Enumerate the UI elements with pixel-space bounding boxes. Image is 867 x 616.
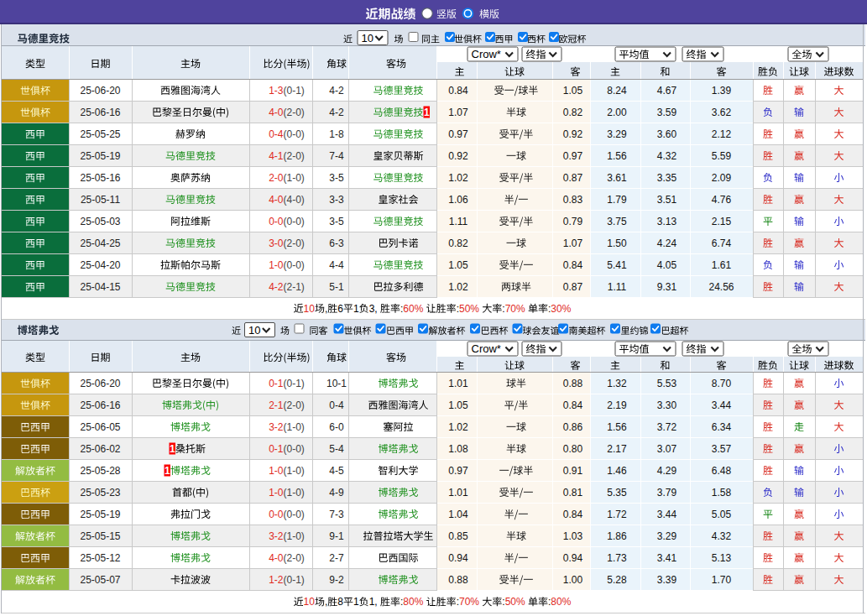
svg-text:25-04-15: 25-04-15 (80, 281, 120, 293)
svg-text:25-05-16: 25-05-16 (80, 172, 120, 184)
svg-text:0.86: 0.86 (563, 421, 583, 433)
svg-text:(0-1): (0-1) (284, 378, 305, 389)
svg-text:70%: 70% (459, 596, 479, 608)
svg-text:1.39: 1.39 (712, 85, 732, 97)
svg-text:4-2: 4-2 (329, 107, 344, 118)
svg-text:1.02: 1.02 (448, 281, 468, 293)
svg-text:6-0: 6-0 (329, 421, 344, 433)
svg-text:4.29: 4.29 (657, 465, 677, 477)
svg-text:1.07: 1.07 (448, 107, 468, 118)
svg-text:1.05: 1.05 (448, 399, 468, 411)
svg-text:(0-0): (0-0) (284, 128, 305, 140)
svg-text:1.01: 1.01 (448, 378, 468, 389)
svg-text:1-0: 1-0 (269, 465, 284, 477)
svg-text:60%: 60% (403, 303, 423, 315)
svg-text:0.97: 0.97 (448, 465, 468, 477)
svg-text:10: 10 (362, 32, 373, 44)
svg-text:0.82: 0.82 (448, 238, 468, 249)
svg-text:1-2: 1-2 (269, 574, 284, 586)
svg-text:1.56: 1.56 (607, 421, 627, 433)
svg-text:1.06: 1.06 (448, 194, 468, 206)
svg-text:70%: 70% (505, 303, 525, 315)
svg-text:1: 1 (424, 107, 430, 118)
svg-text:1.61: 1.61 (712, 259, 732, 271)
svg-text:0.85: 0.85 (448, 530, 468, 542)
svg-text:3.44: 3.44 (712, 399, 732, 411)
svg-text:5.28: 5.28 (607, 574, 627, 586)
svg-text:0.87: 0.87 (563, 172, 583, 184)
svg-text:0.91: 0.91 (563, 465, 583, 477)
svg-text:0-0: 0-0 (269, 509, 284, 520)
svg-text:25-04-25: 25-04-25 (80, 238, 120, 249)
svg-text:25-05-25: 25-05-25 (80, 128, 120, 140)
svg-text:1-0: 1-0 (269, 487, 284, 499)
svg-text:3.57: 3.57 (712, 443, 732, 455)
svg-text:1: 1 (170, 443, 175, 455)
svg-text:(2-0): (2-0) (284, 238, 305, 249)
svg-text:(0-0): (0-0) (284, 443, 305, 455)
svg-text:3.44: 3.44 (657, 509, 677, 520)
svg-text:4.67: 4.67 (657, 85, 677, 97)
svg-text:0.82: 0.82 (563, 107, 583, 118)
svg-text:25-06-16: 25-06-16 (80, 107, 120, 118)
svg-text:1: 1 (165, 465, 170, 477)
svg-text:1.02: 1.02 (448, 172, 468, 184)
svg-text:3.61: 3.61 (607, 172, 627, 184)
svg-text:25-05-19: 25-05-19 (80, 150, 120, 162)
svg-text:4.32: 4.32 (712, 530, 732, 542)
svg-text:Crow*: Crow* (472, 48, 501, 60)
svg-text:1: 1 (353, 596, 359, 608)
svg-text:5-4: 5-4 (329, 443, 344, 455)
svg-text:4-9: 4-9 (329, 487, 344, 499)
svg-text:1.00: 1.00 (563, 574, 583, 586)
svg-text:1-3: 1-3 (269, 85, 284, 97)
svg-text:3.51: 3.51 (657, 194, 677, 206)
svg-text:1.72: 1.72 (607, 509, 627, 520)
svg-text:2-1: 2-1 (269, 399, 284, 411)
svg-text:3.60: 3.60 (657, 128, 677, 140)
svg-text:4.32: 4.32 (657, 150, 677, 162)
svg-text:9.31: 9.31 (657, 281, 677, 293)
svg-text:80%: 80% (403, 596, 423, 608)
svg-text:0.87: 0.87 (563, 281, 583, 293)
svg-text:25-04-20: 25-04-20 (80, 259, 120, 271)
svg-text:25-06-20: 25-06-20 (80, 378, 120, 389)
svg-text:1.08: 1.08 (448, 443, 468, 455)
svg-text:3-5: 3-5 (329, 216, 344, 227)
svg-text:1-0: 1-0 (269, 259, 284, 271)
svg-text:(0-1): (0-1) (284, 574, 305, 586)
svg-text:1.07: 1.07 (563, 238, 583, 249)
svg-text:50%: 50% (459, 303, 479, 315)
svg-text:(1-0): (1-0) (284, 421, 305, 433)
svg-text:Crow*: Crow* (472, 342, 501, 355)
svg-text:1.05: 1.05 (448, 259, 468, 271)
svg-text:0.79: 0.79 (563, 216, 583, 227)
svg-text:(2-0): (2-0) (284, 552, 305, 564)
svg-text:0.97: 0.97 (448, 128, 468, 140)
svg-text:1.11: 1.11 (608, 281, 627, 293)
svg-text:1-8: 1-8 (329, 128, 344, 140)
svg-text:1.11: 1.11 (449, 216, 468, 227)
svg-text:(0-0): (0-0) (284, 509, 305, 520)
svg-text:4-5: 4-5 (329, 465, 344, 477)
svg-text:3-2: 3-2 (269, 421, 284, 433)
svg-text:5.53: 5.53 (657, 378, 677, 389)
svg-text:3-0: 3-0 (269, 238, 284, 249)
svg-text:25-05-12: 25-05-12 (80, 552, 120, 564)
svg-text:25-05-07: 25-05-07 (80, 574, 120, 586)
svg-text:0.84: 0.84 (448, 85, 468, 97)
svg-text:(1-0): (1-0) (284, 530, 305, 542)
svg-text:7-4: 7-4 (329, 150, 344, 162)
svg-text:80%: 80% (551, 596, 571, 608)
svg-text:0-0: 0-0 (269, 216, 284, 227)
svg-text:25-06-20: 25-06-20 (80, 85, 120, 97)
svg-text:3.07: 3.07 (657, 443, 677, 455)
svg-text:0-1: 0-1 (269, 443, 284, 455)
svg-text:1.70: 1.70 (712, 574, 732, 586)
svg-text:0-4: 0-4 (269, 128, 284, 140)
svg-text:3.13: 3.13 (657, 216, 677, 227)
svg-text:4-2: 4-2 (269, 281, 284, 293)
svg-text:8: 8 (337, 596, 343, 608)
svg-text:3.79: 3.79 (657, 487, 677, 499)
svg-text:3.29: 3.29 (607, 128, 627, 140)
